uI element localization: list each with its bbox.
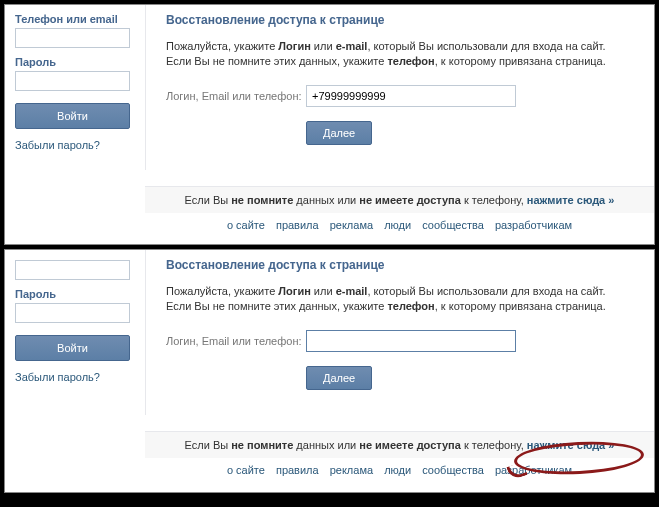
footer-link-groups[interactable]: сообщества	[422, 219, 484, 231]
recovery-panel: Восстановление доступа к странице Пожалу…	[145, 5, 654, 170]
password-label: Пароль	[15, 56, 135, 68]
text-bold: Логин	[278, 40, 310, 52]
login-field-row: Логин, Email или телефон:	[166, 85, 634, 107]
login-field-row: Логин, Email или телефон:	[166, 330, 634, 352]
text-bold: телефон	[387, 55, 434, 67]
footer-link-groups[interactable]: сообщества	[422, 464, 484, 476]
footer-links: о сайте правила реклама люди сообщества …	[145, 213, 654, 237]
email-label: Телефон или email	[15, 13, 135, 25]
text-bold: не имеете доступа	[359, 439, 461, 451]
recovery-panel: Восстановление доступа к странице Пожалу…	[145, 250, 654, 415]
screenshot-top: Телефон или email Пароль Войти Забыли па…	[4, 4, 655, 245]
page-content: Телефон или email Пароль Войти Забыли па…	[5, 5, 654, 244]
text: данных или	[293, 439, 359, 451]
next-button[interactable]: Далее	[306, 366, 372, 390]
footer-link-devs[interactable]: разработчикам	[495, 219, 572, 231]
text: к телефону,	[461, 439, 527, 451]
login-sidebar: Пароль Войти Забыли пароль?	[5, 250, 145, 492]
password-label: Пароль	[15, 288, 135, 300]
text: к телефону,	[461, 194, 527, 206]
email-input[interactable]	[15, 28, 130, 48]
text-bold: не помните	[231, 439, 293, 451]
text-bold: телефон	[387, 300, 434, 312]
main-area: Восстановление доступа к странице Пожалу…	[145, 250, 654, 492]
text: , который Вы использовали для входа на с…	[367, 285, 605, 297]
text: или	[311, 40, 336, 52]
footer-links: о сайте правила реклама люди сообщества …	[145, 458, 654, 482]
footer-link-rules[interactable]: правила	[276, 219, 319, 231]
text: Пожалуйста, укажите	[166, 285, 278, 297]
text: данных или	[293, 194, 359, 206]
password-input[interactable]	[15, 303, 130, 323]
footer-link-ads[interactable]: реклама	[330, 219, 373, 231]
login-button[interactable]: Войти	[15, 335, 130, 361]
text: Если Вы	[185, 194, 232, 206]
next-button[interactable]: Далее	[306, 121, 372, 145]
text: , к которому привязана страница.	[435, 300, 606, 312]
text: Если Вы не помните этих данных, укажите	[166, 300, 387, 312]
footer-bar: Если Вы не помните данных или не имеете …	[145, 431, 654, 458]
text: Если Вы не помните этих данных, укажите	[166, 55, 387, 67]
footer-link-people[interactable]: люди	[384, 219, 411, 231]
login-button[interactable]: Войти	[15, 103, 130, 129]
text-bold: e-mail	[336, 285, 368, 297]
instructions: Пожалуйста, укажите Логин или e-mail, ко…	[166, 284, 634, 314]
footer-link-ads[interactable]: реклама	[330, 464, 373, 476]
page-content: Пароль Войти Забыли пароль? Восстановлен…	[5, 250, 654, 492]
text-bold: Логин	[278, 285, 310, 297]
text: или	[311, 285, 336, 297]
forgot-password-link[interactable]: Забыли пароль?	[15, 139, 135, 151]
login-field-input[interactable]	[306, 85, 516, 107]
text-bold: не помните	[231, 194, 293, 206]
login-field-label: Логин, Email или телефон:	[166, 335, 306, 347]
footer-link-rules[interactable]: правила	[276, 464, 319, 476]
text-bold: не имеете доступа	[359, 194, 461, 206]
login-field-label: Логин, Email или телефон:	[166, 90, 306, 102]
text: Если Вы	[185, 439, 232, 451]
page-title: Восстановление доступа к странице	[166, 258, 634, 272]
footer-link-people[interactable]: люди	[384, 464, 411, 476]
text: , к которому привязана страница.	[435, 55, 606, 67]
text: Пожалуйста, укажите	[166, 40, 278, 52]
click-here-link[interactable]: нажмите сюда »	[527, 439, 615, 451]
login-field-input[interactable]	[306, 330, 516, 352]
footer-link-about[interactable]: о сайте	[227, 464, 265, 476]
text: , который Вы использовали для входа на с…	[367, 40, 605, 52]
email-input[interactable]	[15, 260, 130, 280]
footer-bar: Если Вы не помните данных или не имеете …	[145, 186, 654, 213]
password-input[interactable]	[15, 71, 130, 91]
footer-link-about[interactable]: о сайте	[227, 219, 265, 231]
click-here-link[interactable]: нажмите сюда »	[527, 194, 615, 206]
page-title: Восстановление доступа к странице	[166, 13, 634, 27]
text-bold: e-mail	[336, 40, 368, 52]
screenshot-bottom: Пароль Войти Забыли пароль? Восстановлен…	[4, 249, 655, 493]
footer-link-devs[interactable]: разработчикам	[495, 464, 572, 476]
main-area: Восстановление доступа к странице Пожалу…	[145, 5, 654, 244]
login-sidebar: Телефон или email Пароль Войти Забыли па…	[5, 5, 145, 244]
forgot-password-link[interactable]: Забыли пароль?	[15, 371, 135, 383]
instructions: Пожалуйста, укажите Логин или e-mail, ко…	[166, 39, 634, 69]
